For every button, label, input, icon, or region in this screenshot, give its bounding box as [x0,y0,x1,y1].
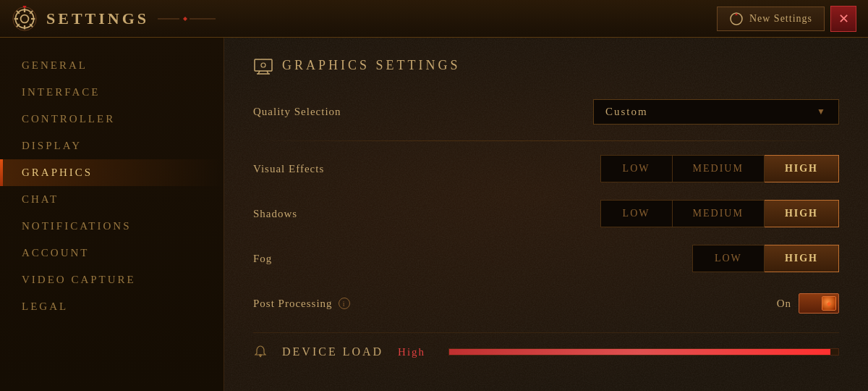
post-processing-row: Post Processing i On [253,287,839,319]
visual-effects-medium-button[interactable]: Medium [673,155,765,182]
close-button[interactable]: ✕ [830,6,856,32]
main-layout: GENERAL INTERFACE CONTROLLER DISPLAY GRA… [0,38,868,391]
device-load-bell-icon [253,345,268,359]
shadows-btn-group: Low Medium High [600,200,839,227]
post-processing-toggle-container: On [777,293,839,314]
sidebar-item-notifications[interactable]: NOTIFICATIONS [0,213,224,240]
quality-selection-label: Quality Selection [253,106,456,118]
fog-low-button[interactable]: Low [692,245,765,272]
fog-row: Fog Low High [253,243,839,274]
section-divider-1 [253,140,839,141]
sidebar-item-chat[interactable]: CHAT [0,186,224,213]
graphics-section-title: GRAPHICS SETTINGS [282,58,461,73]
svg-marker-13 [183,17,187,21]
shadows-high-button[interactable]: High [765,200,839,227]
svg-rect-17 [255,59,272,71]
device-load-bar-container [448,348,839,356]
new-settings-label: New Settings [749,13,812,25]
quality-selection-row: Quality Selection Custom ▼ [253,96,839,127]
header-divider-icon [158,12,216,26]
visual-effects-low-button[interactable]: Low [600,155,673,182]
device-load-value: High [398,346,434,358]
post-processing-label: Post Processing i [253,298,456,310]
device-load-row: DEVICE LOAD High [253,345,839,359]
fog-label: Fog [253,253,456,265]
visual-effects-btn-group: Low Medium High [600,155,839,182]
fog-control: Low High [456,245,839,272]
toggle-track [799,293,839,314]
shadows-label: Shadows [253,208,456,220]
fog-high-button[interactable]: High [765,245,839,272]
sidebar-item-interface[interactable]: INTERFACE [0,79,224,106]
shadows-control: Low Medium High [456,200,839,227]
sidebar-item-legal[interactable]: LEGAL [0,293,224,320]
post-processing-info-icon[interactable]: i [339,298,350,309]
visual-effects-high-button[interactable]: High [765,155,839,182]
graphics-section-icon [253,55,273,75]
app-container: SETTINGS New Settings ✕ [0,0,868,391]
settings-gear-icon [12,6,38,32]
toggle-thumb [822,296,836,311]
header-title: SETTINGS [46,9,149,28]
quality-selection-control: Custom ▼ [456,99,839,125]
close-icon: ✕ [838,11,849,27]
quality-dropdown[interactable]: Custom ▼ [593,99,839,125]
sidebar-item-general[interactable]: GENERAL [0,52,224,79]
shadows-row: Shadows Low Medium High [253,198,839,230]
fog-btn-group: Low High [692,245,839,272]
post-processing-control: On [456,293,839,314]
sidebar-item-display[interactable]: DISPLAY [0,133,224,159]
device-load-bar-fill [449,349,830,355]
header: SETTINGS New Settings ✕ [0,0,868,38]
device-load-section: DEVICE LOAD High [253,332,839,359]
visual-effects-control: Low Medium High [456,155,839,182]
svg-point-21 [261,63,265,67]
quality-dropdown-value: Custom [605,106,648,118]
shadows-medium-button[interactable]: Medium [673,200,765,227]
visual-effects-row: Visual Effects Low Medium High [253,153,839,185]
content-panel: GRAPHICS SETTINGS Quality Selection Cust… [224,38,868,391]
sidebar-item-account[interactable]: ACCOUNT [0,240,224,266]
visual-effects-label: Visual Effects [253,163,456,175]
controller-icon [729,12,744,26]
post-processing-toggle[interactable] [799,293,839,314]
header-left: SETTINGS [12,6,216,32]
dropdown-arrow-icon: ▼ [817,106,827,117]
new-settings-button[interactable]: New Settings [717,7,825,31]
sidebar-item-video-capture[interactable]: VIDEO CAPTURE [0,266,224,293]
graphics-section-header: GRAPHICS SETTINGS [253,55,839,75]
sidebar-item-controller[interactable]: CONTROLLER [0,106,224,133]
svg-point-1 [21,14,29,22]
post-processing-toggle-label: On [777,298,791,310]
sidebar: GENERAL INTERFACE CONTROLLER DISPLAY GRA… [0,38,224,391]
shadows-low-button[interactable]: Low [600,200,673,227]
device-load-label: DEVICE LOAD [282,345,383,358]
sidebar-item-graphics[interactable]: GRAPHICS [0,159,224,186]
header-right: New Settings ✕ [717,6,856,32]
